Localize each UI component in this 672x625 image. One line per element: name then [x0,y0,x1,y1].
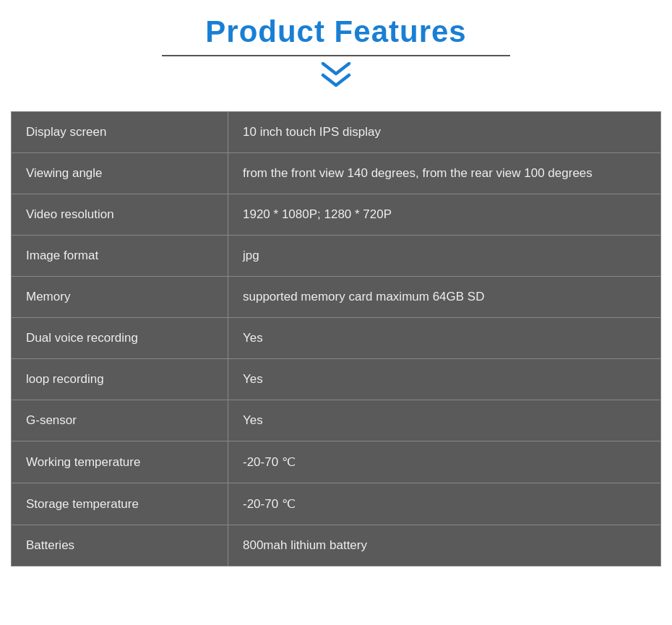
table-row: Dual voice recordingYes [12,318,661,359]
feature-name-cell: Storage temperature [12,483,228,525]
feature-value-cell: -20-70 ℃ [228,483,661,525]
feature-name-cell: Dual voice recording [12,318,228,359]
feature-name-cell: Working temperature [12,441,228,483]
feature-name-cell: G-sensor [12,400,228,441]
feature-value-cell: supported memory card maximum 64GB SD [228,277,661,318]
chevron-container [11,62,661,91]
feature-value-cell: Yes [228,359,661,400]
feature-value-cell: 800mah lithium battery [228,525,661,566]
feature-value-cell: Yes [228,318,661,359]
table-row: Image formatjpg [12,236,661,277]
table-row: Working temperature-20-70 ℃ [12,441,661,483]
feature-value-cell: from the front view 140 degrees, from th… [228,153,661,194]
table-row: Video resolution1920 * 1080P; 1280 * 720… [12,194,661,236]
feature-value-cell: 10 inch touch IPS display [228,112,661,153]
feature-value-cell: jpg [228,236,661,277]
feature-name-cell: Image format [12,236,228,277]
table-row: G-sensorYes [12,400,661,441]
table-row: loop recordingYes [12,359,661,400]
table-row: Batteries800mah lithium battery [12,525,661,566]
feature-name-cell: Viewing angle [12,153,228,194]
table-row: Display screen10 inch touch IPS display [12,112,661,153]
feature-value-cell: 1920 * 1080P; 1280 * 720P [228,194,661,236]
page-title: Product Features [162,14,509,56]
header-section: Product Features [11,14,661,104]
feature-value-cell: -20-70 ℃ [228,441,661,483]
feature-name-cell: Display screen [12,112,228,153]
feature-name-cell: Video resolution [12,194,228,236]
chevron-down-icon [320,62,352,88]
features-table: Display screen10 inch touch IPS displayV… [11,111,661,566]
table-row: Storage temperature-20-70 ℃ [12,483,661,525]
feature-value-cell: Yes [228,400,661,441]
feature-name-cell: Batteries [12,525,228,566]
feature-name-cell: Memory [12,277,228,318]
feature-name-cell: loop recording [12,359,228,400]
table-row: Viewing anglefrom the front view 140 deg… [12,153,661,194]
table-row: Memorysupported memory card maximum 64GB… [12,277,661,318]
